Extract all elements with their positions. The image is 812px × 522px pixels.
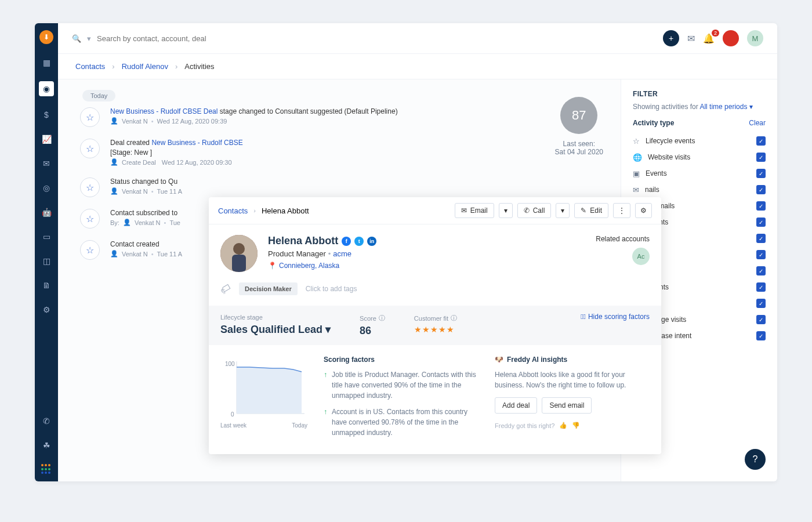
- search-input[interactable]: [97, 34, 655, 43]
- thumbs-down-icon[interactable]: 👎: [572, 422, 580, 429]
- info-icon[interactable]: ⓘ: [451, 314, 457, 322]
- stage-dropdown[interactable]: Sales Qualified Lead ▾: [220, 323, 331, 336]
- checkbox[interactable]: ✓: [756, 153, 766, 162]
- info-icon[interactable]: ⓘ: [379, 314, 385, 322]
- reports-icon[interactable]: ▭: [41, 231, 52, 242]
- checkbox[interactable]: ✓: [756, 217, 766, 227]
- chat-icon[interactable]: ✉: [41, 158, 52, 169]
- box-icon[interactable]: ◫: [41, 255, 52, 267]
- filter-type-icon: ☆: [633, 137, 640, 146]
- star-icon[interactable]: ☆: [80, 240, 100, 260]
- edit-button[interactable]: ✎ Edit: [574, 203, 608, 218]
- deal-link[interactable]: New Business - Rudolf CBSE: [151, 139, 242, 147]
- checkbox[interactable]: ✓: [756, 169, 766, 178]
- calendar-icon[interactable]: ▦: [41, 57, 52, 68]
- checkbox[interactable]: ✓: [756, 250, 766, 259]
- period-dropdown[interactable]: All time periods ▾: [699, 103, 752, 111]
- call-dropdown[interactable]: ▾: [556, 203, 570, 218]
- tag-item[interactable]: Decision Maker: [239, 282, 298, 295]
- contacts-icon[interactable]: ◉: [39, 81, 54, 96]
- pin-icon: 📍: [268, 262, 277, 270]
- doc-icon[interactable]: 🗎: [41, 280, 52, 291]
- filter-item[interactable]: ✉nails✓: [633, 182, 766, 198]
- chevron-right-icon: ›: [175, 62, 177, 71]
- thumbs-up-icon[interactable]: 👍: [559, 422, 567, 429]
- checkbox[interactable]: ✓: [756, 299, 766, 308]
- email-dropdown[interactable]: ▾: [499, 203, 513, 218]
- gear-icon[interactable]: ⚙: [635, 203, 652, 218]
- search-box[interactable]: 🔍 ▾: [72, 34, 655, 43]
- topbar: 🔍 ▾ + ✉ 🔔2 M: [58, 23, 777, 54]
- bell-icon[interactable]: 🔔2: [703, 33, 715, 44]
- brand-logo: ⬇: [39, 30, 53, 44]
- add-tag[interactable]: Click to add tags: [306, 285, 357, 293]
- bot-icon[interactable]: 🤖: [41, 206, 52, 218]
- checkbox[interactable]: ✓: [756, 315, 766, 324]
- tag-icon: 🏷: [218, 281, 233, 296]
- deals-icon[interactable]: $: [41, 109, 52, 121]
- phone-icon[interactable]: ✆: [41, 415, 52, 427]
- avatar: [220, 235, 258, 272]
- checkbox[interactable]: ✓: [756, 185, 766, 194]
- timeline-item: ☆ Deal created New Business - Rudolf CBS…: [80, 139, 604, 166]
- location-link[interactable]: Connieberg, Alaska: [279, 262, 339, 270]
- breadcrumb: Contacts › Rudolf Alenov › Activities: [58, 54, 777, 79]
- star-icon[interactable]: ☆: [80, 139, 100, 158]
- filter-title: FILTER: [633, 90, 766, 98]
- related-account[interactable]: Ac: [632, 248, 650, 265]
- checkbox[interactable]: ✓: [756, 234, 766, 243]
- send-email-button[interactable]: Send email: [542, 397, 592, 414]
- email-button[interactable]: ✉ Email: [455, 203, 494, 218]
- chevron-right-icon: ›: [112, 62, 114, 71]
- help-button[interactable]: ?: [745, 449, 766, 470]
- score-value: 87: [560, 97, 597, 134]
- more-icon[interactable]: ⋮: [613, 203, 630, 218]
- user-icon: 👤: [110, 187, 118, 195]
- hide-scoring-link[interactable]: 👁⃠ Hide scoring factors: [581, 313, 650, 321]
- fit-stars: ★★★★★: [414, 325, 457, 334]
- filter-item[interactable]: ☆Lifecycle events✓: [633, 133, 766, 149]
- filter-item[interactable]: ▣Events✓: [633, 165, 766, 182]
- checkbox[interactable]: ✓: [756, 266, 766, 276]
- twitter-icon[interactable]: t: [354, 237, 364, 246]
- facebook-icon[interactable]: f: [342, 237, 351, 246]
- breadcrumb-person[interactable]: Rudolf Alenov: [122, 62, 168, 71]
- apps-icon[interactable]: [41, 464, 52, 474]
- user-icon: 👤: [123, 219, 131, 226]
- star-icon[interactable]: ☆: [80, 107, 100, 127]
- breadcrumb-contacts[interactable]: Contacts: [75, 62, 105, 71]
- alert-avatar[interactable]: [723, 30, 739, 46]
- checkbox[interactable]: ✓: [756, 201, 766, 211]
- filter-item[interactable]: 🌐Website visits✓: [633, 149, 766, 165]
- breadcrumb-current: Activities: [184, 62, 214, 71]
- modal-bc-contacts[interactable]: Contacts: [218, 206, 248, 215]
- star-icon[interactable]: ☆: [80, 209, 100, 229]
- contact-modal: Contacts › Helena Abbott ✉ Email ▾ ✆ Cal…: [209, 197, 661, 454]
- svg-text:100: 100: [225, 361, 235, 367]
- gear-icon[interactable]: ⚙: [41, 304, 52, 316]
- chevron-down-icon[interactable]: ▾: [87, 34, 91, 43]
- score-mini-chart: 100 0 Last weekToday: [220, 356, 307, 444]
- user-avatar[interactable]: M: [747, 30, 763, 46]
- checkbox[interactable]: ✓: [756, 136, 766, 146]
- filter-type-icon: ✉: [633, 186, 639, 194]
- leaf-icon[interactable]: ☘: [41, 440, 52, 451]
- call-button[interactable]: ✆ Call: [517, 203, 552, 218]
- filter-type-icon: ▣: [633, 169, 640, 178]
- user-icon: 👤: [110, 250, 118, 258]
- user-icon: 👤: [110, 117, 118, 125]
- svg-text:0: 0: [231, 411, 234, 418]
- target-icon[interactable]: ◎: [41, 182, 52, 194]
- arrow-up-icon: ↑: [324, 407, 327, 438]
- add-button[interactable]: +: [663, 30, 679, 46]
- company-link[interactable]: acme: [333, 249, 351, 258]
- star-icon[interactable]: ☆: [80, 177, 100, 197]
- checkbox[interactable]: ✓: [756, 282, 766, 292]
- checkbox[interactable]: ✓: [756, 331, 766, 340]
- clear-link[interactable]: Clear: [749, 119, 766, 127]
- linkedin-icon[interactable]: in: [367, 237, 376, 246]
- mail-icon[interactable]: ✉: [687, 33, 695, 44]
- deal-link[interactable]: New Business - Rudolf CBSE Deal: [110, 107, 217, 115]
- analytics-icon[interactable]: 📈: [41, 133, 52, 145]
- add-deal-button[interactable]: Add deal: [495, 397, 537, 414]
